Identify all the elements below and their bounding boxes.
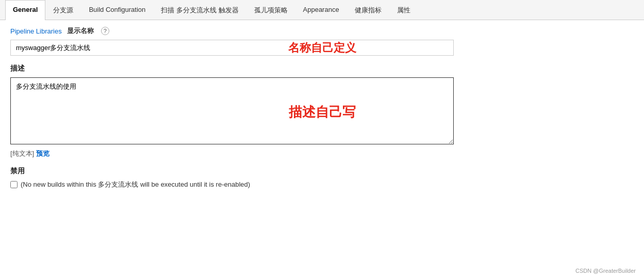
tab-branch-source[interactable]: 分支源 xyxy=(45,0,81,20)
description-textarea[interactable] xyxy=(10,77,454,144)
preview-link[interactable]: 预览 xyxy=(36,150,49,157)
content-area: Pipeline Libraries 显示名称 ? 名称自己定义 描述 描述自己… xyxy=(0,20,644,195)
tab-properties[interactable]: 属性 xyxy=(389,0,418,20)
tab-general[interactable]: General xyxy=(5,0,45,20)
name-input-wrapper: 名称自己定义 xyxy=(10,40,634,56)
tab-build-config[interactable]: Build Configuration xyxy=(81,0,153,20)
preview-plain-text: [纯文本] xyxy=(10,150,34,157)
display-name-label: 显示名称 xyxy=(67,26,94,36)
help-icon[interactable]: ? xyxy=(101,27,109,35)
watermark: CSDN @GreaterBuilder xyxy=(575,268,636,274)
description-label: 描述 xyxy=(10,64,634,73)
tab-bar: General 分支源 Build Configuration 扫描 多分支流水… xyxy=(0,0,644,20)
page-wrapper: General 分支源 Build Configuration 扫描 多分支流水… xyxy=(0,0,644,279)
name-input[interactable] xyxy=(10,40,454,56)
tab-orphan-strategy[interactable]: 孤儿项策略 xyxy=(246,0,295,20)
preview-row: [纯文本] 预览 xyxy=(10,149,634,158)
tab-appearance[interactable]: Appearance xyxy=(295,0,347,20)
pipeline-libraries-link[interactable]: Pipeline Libraries xyxy=(10,27,62,35)
tab-scan-trigger[interactable]: 扫描 多分支流水线 触发器 xyxy=(153,0,246,20)
disabled-checkbox[interactable] xyxy=(10,181,18,188)
pipeline-libraries-row: Pipeline Libraries 显示名称 ? xyxy=(10,26,634,36)
checkbox-row: (No new builds within this 多分支流水线 will b… xyxy=(10,180,634,189)
checkbox-label: (No new builds within this 多分支流水线 will b… xyxy=(21,180,250,189)
tab-health-metrics[interactable]: 健康指标 xyxy=(347,0,389,20)
disabled-section: 禁用 (No new builds within this 多分支流水线 wil… xyxy=(10,167,634,189)
description-wrapper: 描述自己写 xyxy=(10,77,634,146)
disabled-label: 禁用 xyxy=(10,167,634,176)
description-section: 描述 描述自己写 xyxy=(10,64,634,146)
